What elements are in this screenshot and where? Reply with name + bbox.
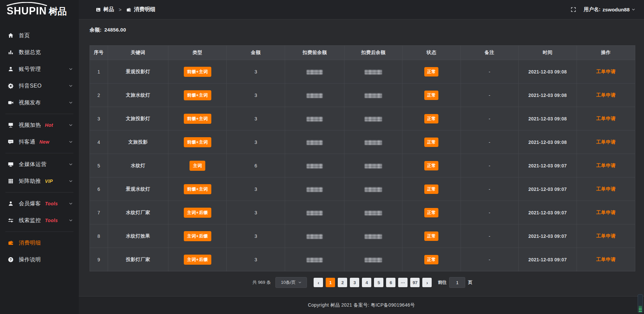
sidebar-item-video-publish[interactable]: 视频发布	[0, 94, 79, 111]
sidebar-item-operation-guide[interactable]: ?操作说明	[0, 251, 79, 268]
cell-type: 前缀+主词	[168, 107, 227, 130]
page-button-4[interactable]: 4	[362, 278, 371, 287]
cell-amount: 3	[227, 107, 285, 130]
page-size-select[interactable]: 10条/页	[275, 277, 307, 288]
censored-balance-before	[307, 234, 323, 239]
sidebar-item-member-burst[interactable]: 会员爆客Tools	[0, 195, 79, 212]
person-icon	[7, 201, 14, 207]
table-row: 5水纹灯主词6正常-2021-12-03 09:07工单申请	[90, 154, 635, 177]
chevron-down-icon	[69, 123, 73, 127]
goto-page: 前往 页	[438, 277, 472, 288]
cell-balance-before	[285, 107, 344, 130]
censored-balance-before	[307, 164, 323, 168]
net-bar	[639, 311, 642, 312]
cell-index: 5	[90, 154, 108, 177]
work-order-link[interactable]: 工单申请	[596, 210, 615, 215]
chevron-down-icon	[69, 101, 73, 105]
breadcrumb-home[interactable]: 树品	[103, 6, 114, 13]
page-button-2[interactable]: 2	[338, 278, 347, 287]
sidebar-item-data-overview[interactable]: 数据总览	[0, 44, 79, 61]
sidebar-item-account-manage[interactable]: 账号管理	[0, 61, 79, 77]
content: 余额:24856.00 序号 关键词 类型 金额 扣费前余额 扣费后余额	[79, 19, 644, 296]
cell-keyword: 景观水纹灯	[108, 177, 168, 201]
work-order-link[interactable]: 工单申请	[596, 257, 615, 262]
balance-label: 余额:	[90, 27, 102, 33]
fullscreen-icon[interactable]	[571, 7, 576, 12]
goto-page-input[interactable]	[449, 277, 465, 288]
cell-keyword: 文旅投影	[108, 130, 168, 154]
cell-action: 工单申请	[577, 60, 635, 84]
censored-balance-after	[365, 187, 382, 192]
cell-amount: 6	[227, 154, 285, 177]
col-status: 状态	[402, 46, 461, 60]
censored-balance-after	[365, 70, 382, 74]
cell-amount: 3	[227, 201, 285, 224]
sidebar-divider	[5, 153, 73, 153]
bar-chart-icon	[7, 49, 14, 56]
cell-time: 2021-12-03 09:07	[518, 154, 577, 177]
page-button-6[interactable]: 6	[386, 278, 395, 287]
sidebar-divider	[5, 114, 73, 114]
next-page-button[interactable]: ›	[422, 278, 432, 287]
sidebar-item-douyin-seo[interactable]: 抖音SEO	[0, 77, 79, 94]
cell-action: 工单申请	[577, 201, 635, 224]
cell-action: 工单申请	[577, 248, 635, 271]
work-order-link[interactable]: 工单申请	[596, 69, 615, 74]
page-button-97[interactable]: 97	[410, 278, 420, 287]
type-badge: 前缀+主词	[184, 114, 211, 124]
sidebar-item-badge: VIP	[45, 178, 53, 184]
page-button-5[interactable]: 5	[374, 278, 383, 287]
work-order-link[interactable]: 工单申请	[596, 163, 615, 168]
sidebar-item-label: 账号管理	[19, 66, 41, 73]
sidebar-item-label: 会员爆客	[19, 200, 41, 207]
censored-balance-after	[365, 234, 382, 239]
cell-balance-before	[285, 177, 344, 201]
cell-time: 2021-12-03 09:07	[518, 224, 577, 248]
sidebar-item-matrix-boost[interactable]: 矩阵助推VIP	[0, 173, 79, 190]
logo-text-en: SHUPIN	[7, 5, 47, 17]
picture-icon	[96, 7, 101, 12]
work-order-link[interactable]: 工单申请	[596, 116, 615, 121]
work-order-link[interactable]: 工单申请	[596, 186, 615, 192]
sidebar-item-label: 抖客通	[19, 139, 36, 146]
censored-balance-after	[365, 140, 382, 145]
sliders-icon	[7, 217, 14, 224]
network-status-widget	[638, 294, 643, 313]
balance-value: 24856.00	[104, 27, 126, 33]
censored-balance-after	[365, 211, 382, 215]
cell-remark: -	[461, 201, 518, 224]
sidebar-item-all-media[interactable]: 全媒体运营	[0, 156, 79, 173]
video-icon	[7, 100, 14, 106]
cell-balance-after	[344, 224, 402, 248]
work-order-link[interactable]: 工单申请	[596, 233, 615, 239]
user-menu[interactable]: 用户名: zswodun88	[584, 6, 635, 13]
username-value: zswodun88	[602, 7, 630, 12]
cell-status: 正常	[402, 177, 461, 201]
work-order-link[interactable]: 工单申请	[596, 92, 615, 98]
sidebar-menu: 首页数据总览账号管理抖音SEO视频发布视频加热Hot抖客通New全媒体运营矩阵助…	[0, 23, 79, 314]
main-pane: 树品 > 消费明细 用户名: zswodun88	[79, 0, 644, 314]
monitor-icon	[7, 161, 14, 168]
more-pages-button[interactable]: ···	[398, 278, 408, 287]
sidebar-item-consume-detail[interactable]: 消费明细	[0, 234, 79, 251]
cell-index: 8	[90, 224, 108, 248]
type-badge: 前缀+主词	[184, 67, 211, 77]
page-button-3[interactable]: 3	[350, 278, 359, 287]
breadcrumb: 树品 > 消费明细	[96, 6, 155, 13]
sidebar-item-video-heat[interactable]: 视频加热Hot	[0, 117, 79, 134]
table-row: 1景观投影灯前缀+主词3正常-2021-12-03 09:08工单申请	[90, 60, 635, 84]
cell-status: 正常	[402, 201, 461, 224]
work-order-link[interactable]: 工单申请	[596, 139, 615, 145]
page-button-1[interactable]: 1	[326, 278, 335, 287]
prev-page-button[interactable]: ‹	[314, 278, 323, 287]
censored-balance-before	[307, 258, 323, 262]
censored-balance-after	[365, 164, 382, 168]
table-body: 1景观投影灯前缀+主词3正常-2021-12-03 09:08工单申请2文旅水纹…	[90, 60, 635, 271]
net-bar	[639, 308, 642, 309]
sidebar-item-douketong[interactable]: 抖客通New	[0, 134, 79, 150]
status-badge: 正常	[424, 208, 438, 217]
svg-text:?: ?	[9, 258, 11, 262]
sidebar-item-home[interactable]: 首页	[0, 27, 79, 44]
sidebar-item-clue-monitor[interactable]: 线索监控Tools	[0, 212, 79, 229]
cell-time: 2021-12-03 09:07	[518, 248, 577, 271]
